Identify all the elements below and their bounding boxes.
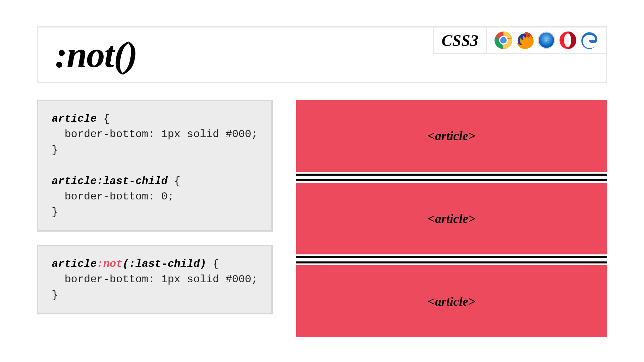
- header-badges: CSS3: [433, 27, 606, 82]
- opera-icon: [559, 31, 577, 49]
- preview-divider-2: [296, 254, 607, 265]
- code-selector: article: [52, 113, 97, 125]
- css3-badge: CSS3: [433, 27, 486, 54]
- border-line: [296, 174, 607, 176]
- preview-article-2: <article>: [296, 183, 607, 255]
- code-selector: article:last-child: [52, 175, 168, 187]
- code-brace: {: [168, 175, 180, 187]
- preview-spacer-bottom: [296, 337, 607, 345]
- preview-column: <article> <article> <article>: [296, 100, 607, 345]
- preview-divider-1: [296, 172, 607, 183]
- page-title-text: :not(): [55, 34, 137, 76]
- preview-article-3: <article>: [296, 265, 607, 337]
- code-block-before-pre: article { border-bottom: 1px solid #000;…: [52, 111, 258, 220]
- edge-icon: [580, 31, 598, 49]
- code-block-after: article:not(:last-child) { border-bottom…: [37, 245, 273, 314]
- border-line: [296, 179, 607, 181]
- code-selector: (:last-child): [122, 258, 206, 270]
- slide-body: article { border-bottom: 1px solid #000;…: [37, 100, 607, 345]
- border-line: [296, 261, 607, 263]
- code-block-after-pre: article:not(:last-child) { border-bottom…: [52, 256, 258, 303]
- code-brace: }: [52, 289, 58, 301]
- code-rule: border-bottom: 1px solid #000;: [52, 128, 258, 140]
- slide-header: :not() CSS3: [37, 26, 607, 83]
- slide-stage: :not() CSS3: [0, 0, 644, 362]
- chrome-icon: [494, 31, 513, 49]
- preview-article-label: <article>: [428, 128, 476, 143]
- code-column: article { border-bottom: 1px solid #000;…: [37, 100, 273, 345]
- code-block-before: article { border-bottom: 1px solid #000;…: [37, 100, 273, 232]
- css3-badge-text: CSS3: [442, 31, 478, 50]
- code-selector-highlight: :not: [97, 258, 122, 270]
- code-brace: {: [97, 113, 109, 125]
- preview-article-label: <article>: [428, 211, 476, 226]
- code-rule: border-bottom: 1px solid #000;: [52, 273, 258, 286]
- code-selector: article: [52, 258, 97, 270]
- safari-icon: [537, 31, 555, 49]
- svg-point-22: [565, 35, 570, 46]
- page-title: :not(): [38, 27, 433, 82]
- code-brace: }: [52, 206, 58, 218]
- preview-article-1: <article>: [296, 100, 607, 172]
- border-line: [296, 256, 607, 258]
- svg-point-2: [500, 37, 506, 43]
- code-brace: }: [52, 144, 58, 156]
- code-brace: {: [206, 258, 219, 270]
- code-rule: border-bottom: 0;: [52, 190, 174, 203]
- preview-article-label: <article>: [428, 294, 476, 309]
- firefox-icon: [516, 31, 534, 49]
- browser-support-icons: [486, 27, 606, 54]
